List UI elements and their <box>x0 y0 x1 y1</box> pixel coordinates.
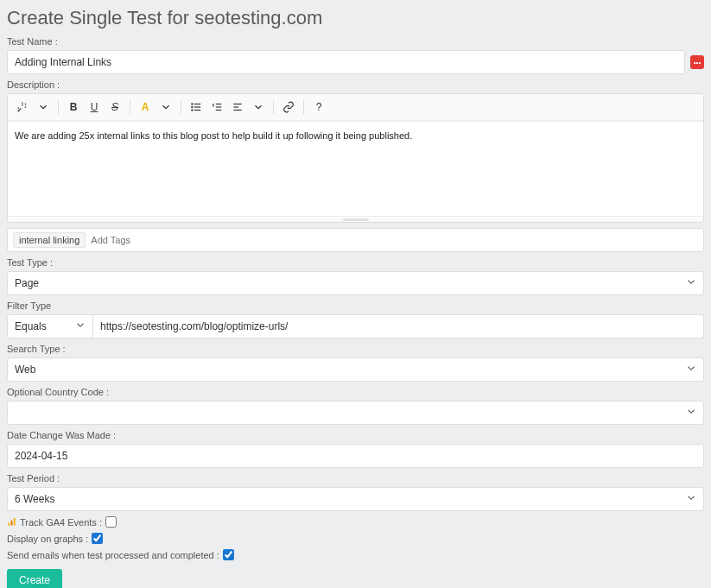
description-label: Description : <box>7 79 704 90</box>
svg-point-5 <box>192 110 193 111</box>
ordered-list-icon[interactable] <box>207 98 226 117</box>
bold-button[interactable]: B <box>64 98 83 117</box>
test-period-label: Test Period : <box>7 473 704 484</box>
search-type-select[interactable] <box>7 357 704 382</box>
toolbar-separator <box>58 100 59 114</box>
svg-rect-12 <box>8 522 10 525</box>
font-color-button[interactable]: A <box>136 98 155 117</box>
track-ga4-checkbox[interactable] <box>105 516 117 528</box>
chevron-down-icon[interactable] <box>34 98 53 117</box>
country-code-label: Optional Country Code : <box>7 387 704 397</box>
page-title: Create Single Test for seotesting.com <box>7 7 704 29</box>
tags-input[interactable]: internal linking <box>7 228 704 252</box>
chevron-down-icon[interactable] <box>156 98 175 117</box>
test-period-select[interactable] <box>7 487 704 511</box>
help-icon[interactable]: ? <box>309 98 328 117</box>
test-type-select[interactable] <box>7 271 704 295</box>
display-graphs-checkbox[interactable] <box>92 533 103 544</box>
toolbar-separator <box>273 100 274 114</box>
ga4-icon <box>7 517 16 527</box>
editor-resize-handle[interactable] <box>8 216 703 222</box>
filter-url-input[interactable] <box>93 314 704 338</box>
test-name-label: Test Name : <box>7 36 704 47</box>
editor-toolbar: B U S A ? <box>8 94 703 121</box>
description-editor: B U S A ? <box>7 93 704 223</box>
send-emails-checkbox[interactable] <box>223 549 234 560</box>
date-change-input[interactable] <box>7 444 704 468</box>
strike-button[interactable]: S <box>105 98 124 117</box>
toolbar-separator <box>130 100 130 114</box>
svg-point-4 <box>192 106 193 107</box>
date-change-label: Date Change Was Made : <box>7 430 704 440</box>
filter-type-select[interactable] <box>7 314 93 338</box>
tag-chip[interactable]: internal linking <box>13 232 86 248</box>
toolbar-separator <box>181 100 181 114</box>
magic-icon[interactable] <box>13 98 32 117</box>
unordered-list-icon[interactable] <box>187 98 206 117</box>
display-graphs-label: Display on graphs : <box>7 534 88 544</box>
svg-point-3 <box>192 104 193 104</box>
test-type-label: Test Type : <box>7 257 704 268</box>
add-tags-input[interactable] <box>91 235 698 245</box>
track-ga4-label: Track GA4 Events : <box>20 517 102 528</box>
filter-type-label: Filter Type <box>7 300 704 311</box>
test-name-input[interactable] <box>7 50 685 74</box>
status-badge-icon[interactable]: ••• <box>690 55 704 69</box>
link-icon[interactable] <box>279 98 298 117</box>
description-textarea[interactable]: We are adding 25x internal links to this… <box>8 121 703 216</box>
svg-rect-13 <box>11 521 13 526</box>
send-emails-label: Send emails when test processed and comp… <box>7 550 219 560</box>
toolbar-separator <box>303 100 304 114</box>
search-type-label: Search Type : <box>7 344 704 354</box>
country-code-select[interactable] <box>7 401 704 425</box>
paragraph-icon[interactable] <box>228 98 247 117</box>
svg-rect-14 <box>14 518 16 526</box>
create-button[interactable]: Create <box>7 569 62 588</box>
chevron-down-icon[interactable] <box>249 98 268 117</box>
underline-button[interactable]: U <box>85 98 104 117</box>
